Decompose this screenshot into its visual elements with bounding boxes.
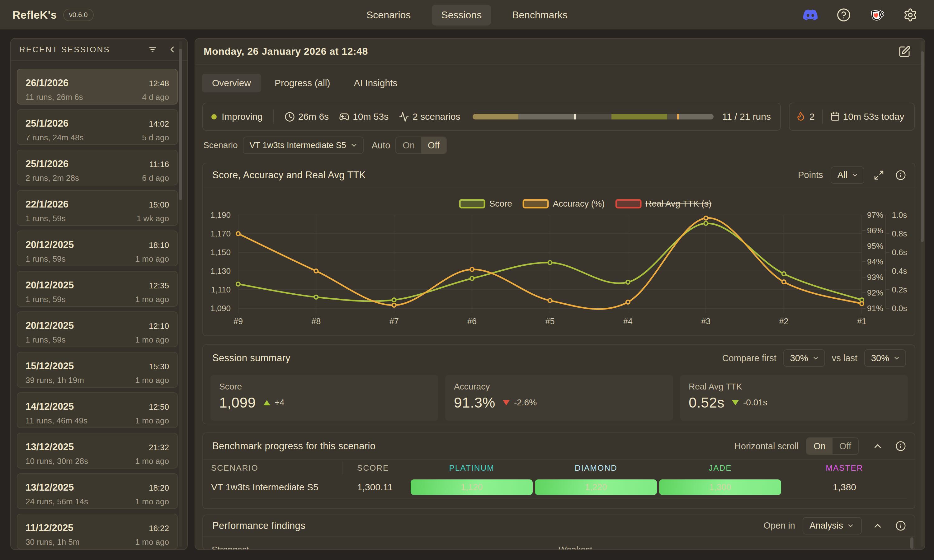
points-select[interactable]: All: [831, 166, 864, 184]
session-item-sub-row: 1 runs, 59s1 mo ago: [26, 295, 169, 304]
session-date: 26/1/2026: [26, 77, 68, 89]
chevron-down-icon: [847, 522, 854, 529]
session-item[interactable]: 22/1/202615:001 runs, 59s1 wk ago: [17, 190, 178, 226]
expand-chart-icon[interactable]: [874, 170, 884, 180]
discord-icon[interactable]: [803, 8, 818, 22]
data-point: [470, 277, 474, 280]
chart-card-header: Score, Accuracy and Real Avg TTK Points …: [203, 163, 915, 187]
legend-item-score[interactable]: Score: [459, 199, 512, 209]
hscroll-on-option[interactable]: On: [807, 438, 832, 454]
session-age: 1 mo ago: [136, 537, 169, 547]
progress-segment: [667, 114, 677, 120]
help-icon[interactable]: [836, 8, 851, 22]
activity-icon: [399, 112, 409, 122]
compare-first-select[interactable]: 30%: [783, 349, 825, 367]
open-in-select[interactable]: Analysis: [803, 517, 862, 534]
divider: [822, 109, 823, 124]
stat-card-score: Score1,099+4: [210, 375, 438, 421]
legend-item-accuracy-[interactable]: Accuracy (%): [523, 199, 605, 209]
percent-axis-label: 91%: [867, 304, 883, 313]
legend-swatch: [523, 199, 549, 208]
session-item[interactable]: 25/1/202611:162 runs, 2m 28s6 d ago: [17, 150, 178, 185]
findings-scrollbar[interactable]: [910, 537, 914, 549]
data-point: [392, 303, 396, 307]
nav-item-scenarios[interactable]: Scenarios: [357, 5, 420, 26]
compare-first-label: Compare first: [722, 353, 777, 363]
x-axis-label: #4: [623, 317, 633, 326]
session-detail-panel: Monday, 26 January 2026 at 12:48 Overvie…: [194, 38, 925, 550]
score-axis-label: 1,090: [210, 304, 231, 313]
tab-ai-insights[interactable]: AI Insights: [344, 74, 407, 92]
edit-session-icon[interactable]: [898, 45, 911, 58]
kofi-icon[interactable]: [869, 8, 885, 22]
x-axis-label: #8: [311, 317, 321, 326]
weakest-label: Weakest: [558, 545, 905, 549]
session-date: 20/12/2025: [26, 280, 74, 291]
tab-progress-all-[interactable]: Progress (all): [264, 74, 340, 92]
sidebar-scrollbar[interactable]: [179, 49, 182, 200]
session-item-sub-row: 39 runs, 1h 19m1 mo ago: [26, 375, 169, 385]
compare-controls: Compare first 30% vs last 30%: [722, 349, 906, 367]
auto-label: Auto: [372, 140, 390, 151]
session-time: 12:35: [149, 281, 169, 291]
data-point: [236, 282, 240, 286]
data-point: [548, 261, 552, 265]
session-date: 25/1/2026: [26, 158, 68, 169]
session-item-top-row: 13/12/202518:20: [26, 482, 169, 493]
legend-item-real-avg-ttk-s-[interactable]: Real Avg TTK (s): [615, 199, 711, 209]
data-point: [860, 302, 864, 306]
session-item[interactable]: 15/12/202515:3039 runs, 1h 19m1 mo ago: [17, 352, 178, 388]
collapse-benchmark-icon[interactable]: [872, 441, 883, 451]
x-axis-label: #3: [701, 317, 711, 326]
panel-scrollbar[interactable]: [921, 51, 924, 242]
scenario-select[interactable]: VT 1w3ts Intermediate S5: [243, 137, 364, 154]
session-age: 1 mo ago: [136, 497, 169, 506]
auto-on-option[interactable]: On: [396, 137, 421, 153]
session-status-box: Improving 26m 6s 10m 53s 2 scenarios 11 …: [202, 103, 781, 131]
hscroll-off-option[interactable]: Off: [832, 438, 858, 454]
x-axis-label: #6: [467, 317, 477, 326]
session-item-top-row: 15/12/202515:30: [26, 361, 169, 372]
col-scenario: SCENARIO: [211, 463, 342, 473]
session-item-top-row: 25/1/202614:02: [26, 118, 169, 129]
session-item[interactable]: 20/12/202518:101 runs, 59s1 mo ago: [17, 231, 178, 266]
sidebar-header: RECENT SESSIONS: [11, 38, 187, 61]
percent-axis-label: 96%: [867, 226, 883, 235]
session-runs: 1 runs, 59s: [26, 254, 66, 264]
session-item[interactable]: 20/12/202512:101 runs, 59s1 mo ago: [17, 311, 178, 347]
session-item[interactable]: 26/1/202612:4811 runs, 26m 6s4 d ago: [17, 69, 178, 105]
data-point: [392, 298, 396, 302]
filter-icon[interactable]: [147, 44, 158, 55]
trend-down-icon: [732, 400, 739, 405]
findings-info-icon[interactable]: [895, 520, 906, 531]
hscroll-toggle: On Off: [806, 437, 858, 455]
score-axis-label: 1,130: [210, 266, 231, 275]
session-time: 15:30: [149, 362, 169, 371]
session-time: 14:02: [149, 119, 169, 129]
session-item[interactable]: 25/1/202614:027 runs, 24m 48s5 d ago: [17, 109, 178, 145]
collapse-findings-icon[interactable]: [872, 520, 883, 531]
session-item-top-row: 20/12/202512:10: [26, 320, 169, 331]
tab-overview[interactable]: Overview: [202, 74, 261, 92]
session-time: 12:10: [149, 322, 169, 331]
session-item-sub-row: 11 runs, 26m 6s4 d ago: [26, 92, 169, 102]
gamepad-icon: [339, 112, 349, 122]
rank-cell-platinum: 1,120: [410, 479, 534, 495]
calendar-icon: [830, 111, 840, 122]
session-item[interactable]: 13/12/202521:3210 runs, 30m 28s1 mo ago: [17, 433, 178, 469]
auto-off-option[interactable]: Off: [421, 137, 446, 153]
settings-icon[interactable]: [903, 8, 918, 22]
session-item[interactable]: 14/12/202512:5011 runs, 46m 49s1 mo ago: [17, 392, 178, 428]
session-item[interactable]: 11/12/202516:2230 runs, 1h 5m1 mo ago: [17, 514, 178, 549]
chart-info-icon[interactable]: [895, 170, 906, 180]
session-age: 1 mo ago: [136, 375, 169, 385]
chevron-down-icon: [851, 171, 858, 179]
session-item[interactable]: 13/12/202518:2024 runs, 56m 14s1 mo ago: [17, 473, 178, 509]
session-item[interactable]: 20/12/202512:351 runs, 59s1 mo ago: [17, 271, 178, 307]
nav-item-sessions[interactable]: Sessions: [432, 5, 491, 26]
collapse-sidebar-icon[interactable]: [166, 44, 178, 55]
chevron-down-icon: [812, 354, 820, 362]
nav-item-benchmarks[interactable]: Benchmarks: [503, 5, 577, 26]
vs-last-select[interactable]: 30%: [864, 349, 906, 367]
benchmark-info-icon[interactable]: [895, 441, 906, 451]
